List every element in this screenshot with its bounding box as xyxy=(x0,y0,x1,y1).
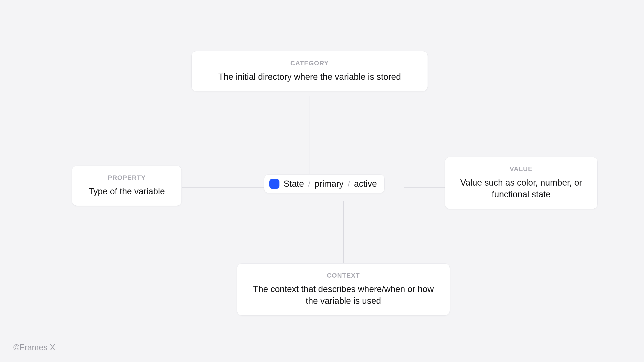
card-context-desc: The context that describes where/when or… xyxy=(248,283,438,307)
token-breadcrumb: State / primary / active xyxy=(264,174,384,193)
card-value-desc: Value such as color, number, or function… xyxy=(456,177,586,200)
card-context-label: CONTEXT xyxy=(248,272,438,279)
separator-icon: / xyxy=(308,180,310,188)
card-property-desc: Type of the variable xyxy=(83,186,170,197)
color-swatch-icon xyxy=(269,179,280,189)
card-property-label: PROPERTY xyxy=(83,174,170,182)
connector-value xyxy=(404,188,445,188)
separator-icon: / xyxy=(348,180,350,188)
connector-context xyxy=(343,201,344,263)
card-category-label: CATEGORY xyxy=(203,60,416,67)
card-category: CATEGORY The initial directory where the… xyxy=(191,51,428,91)
connector-category xyxy=(310,96,310,174)
card-category-desc: The initial directory where the variable… xyxy=(203,71,416,83)
card-context: CONTEXT The context that describes where… xyxy=(237,263,450,316)
token-part-primary: primary xyxy=(314,179,344,189)
token-part-state: State xyxy=(284,179,304,189)
card-value: VALUE Value such as color, number, or fu… xyxy=(445,157,598,209)
footer-attribution: ©Frames X xyxy=(13,343,56,352)
token-part-active: active xyxy=(354,179,377,189)
connector-property xyxy=(182,188,264,188)
card-value-label: VALUE xyxy=(456,165,586,173)
card-property: PROPERTY Type of the variable xyxy=(72,166,182,206)
